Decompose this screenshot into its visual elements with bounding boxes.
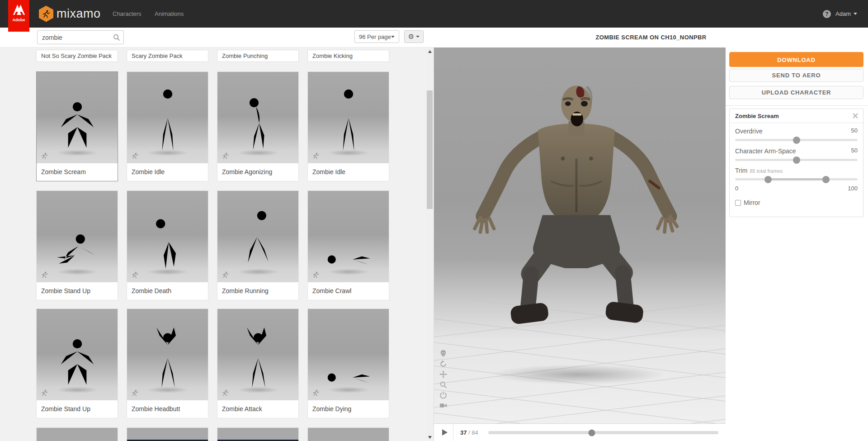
- animation-thumbnail[interactable]: [37, 309, 118, 400]
- animation-title: Zombie Stand Up: [37, 282, 118, 300]
- gear-icon: ⚙: [408, 33, 414, 40]
- animation-thumbnail[interactable]: [217, 72, 298, 163]
- animation-pack-card[interactable]: Zombie Kicking: [307, 50, 389, 62]
- rotate-icon[interactable]: [439, 360, 447, 368]
- per-page-value: 96 Per page: [359, 33, 391, 40]
- character-figure: [51, 205, 104, 277]
- chevron-down-icon: [416, 36, 420, 38]
- grid-scrollbar[interactable]: [426, 47, 434, 441]
- animation-card[interactable]: Zombie Attack: [217, 308, 299, 418]
- animation-card-partial[interactable]: [307, 427, 389, 441]
- total-frames: 84: [472, 429, 478, 436]
- sidebar-divider: [726, 105, 868, 106]
- nav-characters[interactable]: Characters: [113, 0, 142, 28]
- animation-title: Zombie Scream: [37, 163, 118, 181]
- slider-label: Character Arm-Space: [735, 147, 796, 155]
- character-figure: [141, 205, 194, 277]
- viewer-title: ZOMBIE SCREAM ON CH10_NONPBR: [434, 28, 868, 47]
- animation-card-partial[interactable]: [127, 427, 208, 441]
- animation-card[interactable]: Zombie Stand Up: [36, 308, 118, 418]
- playbar-divider: [453, 424, 453, 441]
- mirror-checkbox[interactable]: [735, 200, 741, 206]
- trim-start-handle[interactable]: [764, 176, 772, 183]
- mirror-option[interactable]: Mirror: [735, 199, 858, 206]
- panel-title: Zombie Scream: [730, 109, 863, 123]
- timeline-scrubber[interactable]: [488, 431, 718, 434]
- pan-icon[interactable]: [439, 370, 447, 378]
- slider-track[interactable]: [735, 159, 858, 161]
- send-to-aero-button[interactable]: SEND TO AERO: [729, 69, 863, 82]
- close-icon[interactable]: [852, 113, 859, 119]
- camera-icon[interactable]: [439, 402, 447, 409]
- upload-character-button[interactable]: UPLOAD CHARACTER: [729, 86, 863, 99]
- scrollbar-thumb[interactable]: [427, 90, 433, 209]
- character-viewport[interactable]: [434, 47, 726, 423]
- character-figure: [322, 205, 375, 277]
- power-icon[interactable]: [439, 391, 447, 399]
- animation-thumbnail[interactable]: [308, 309, 389, 400]
- animation-thumbnail[interactable]: [127, 72, 208, 163]
- running-man-icon: [131, 389, 139, 397]
- animation-grid: Not So Scary Zombie PackScary Zombie Pac…: [0, 47, 425, 441]
- slider-value: 50: [851, 147, 858, 154]
- animation-pack-card[interactable]: Zombie Punching: [217, 50, 299, 62]
- nav-animations[interactable]: Animations: [155, 0, 184, 28]
- user-name: Adam: [835, 10, 851, 17]
- scroll-down-arrow-icon[interactable]: [426, 433, 434, 441]
- animation-thumbnail[interactable]: [217, 309, 298, 400]
- animation-card[interactable]: Zombie Headbutt: [127, 308, 208, 418]
- animation-thumbnail[interactable]: [127, 309, 208, 400]
- animation-card[interactable]: Zombie Death: [127, 190, 208, 300]
- play-button[interactable]: [440, 428, 449, 437]
- animation-card[interactable]: Zombie Crawl: [307, 190, 389, 300]
- trim-range-slider[interactable]: [735, 178, 858, 180]
- animation-thumbnail[interactable]: [127, 191, 208, 282]
- user-menu[interactable]: Adam: [835, 0, 857, 28]
- animation-thumbnail[interactable]: [37, 72, 118, 163]
- download-button[interactable]: DOWNLOAD: [729, 52, 863, 67]
- viewer-header: ZOMBIE SCREAM ON CH10_NONPBR: [434, 28, 868, 47]
- animation-thumbnail[interactable]: [308, 191, 389, 282]
- mixamo-logo[interactable]: mixamo: [39, 0, 101, 28]
- character-figure: [231, 205, 285, 277]
- animation-card[interactable]: Zombie Running: [217, 190, 299, 300]
- animation-card-partial[interactable]: [217, 427, 299, 441]
- zombie-character[interactable]: [452, 74, 701, 345]
- brand-name: mixamo: [57, 7, 101, 21]
- zoom-icon[interactable]: [439, 381, 447, 389]
- animation-card[interactable]: Zombie Scream: [36, 71, 118, 181]
- search-icon[interactable]: [113, 34, 120, 41]
- per-page-select[interactable]: 96 Per page: [354, 30, 399, 43]
- scroll-up-arrow-icon[interactable]: [426, 47, 434, 55]
- animation-thumbnail[interactable]: [37, 191, 118, 282]
- top-navbar: Adobe mixamo Characters Animations ? Ada…: [0, 0, 868, 28]
- animation-card[interactable]: Zombie Idle: [127, 71, 208, 181]
- skull-icon[interactable]: [439, 350, 447, 357]
- running-man-icon: [41, 389, 48, 397]
- animation-title: Zombie Attack: [217, 400, 298, 418]
- trim-min: 0: [735, 185, 738, 192]
- chevron-down-icon: [854, 13, 857, 15]
- adobe-logo[interactable]: Adobe: [8, 0, 29, 32]
- character-figure: [231, 323, 285, 395]
- animation-card[interactable]: Zombie Stand Up: [36, 190, 118, 300]
- animation-pack-card[interactable]: Not So Scary Zombie Pack: [36, 50, 118, 62]
- character-figure: [322, 86, 375, 158]
- slider-track[interactable]: [735, 139, 858, 141]
- trim-end-handle[interactable]: [822, 176, 830, 183]
- animation-card[interactable]: Zombie Dying: [307, 308, 389, 418]
- help-icon[interactable]: ?: [823, 10, 831, 18]
- running-man-icon: [131, 271, 139, 279]
- animation-card[interactable]: Zombie Idle: [307, 71, 389, 181]
- running-man-icon: [222, 389, 229, 397]
- animation-pack-card[interactable]: Scary Zombie Pack: [127, 50, 208, 62]
- search-input[interactable]: [38, 31, 123, 44]
- animation-thumbnail[interactable]: [217, 191, 298, 282]
- animation-card[interactable]: Zombie Agonizing: [217, 71, 299, 181]
- animation-card-partial[interactable]: [36, 427, 118, 441]
- scrubber-handle[interactable]: [589, 429, 595, 436]
- animation-thumbnail[interactable]: [308, 72, 389, 163]
- frame-counter: 37 / 84: [460, 424, 478, 441]
- settings-dropdown-button[interactable]: ⚙: [404, 30, 424, 43]
- mixamo-runner-icon: [39, 6, 53, 22]
